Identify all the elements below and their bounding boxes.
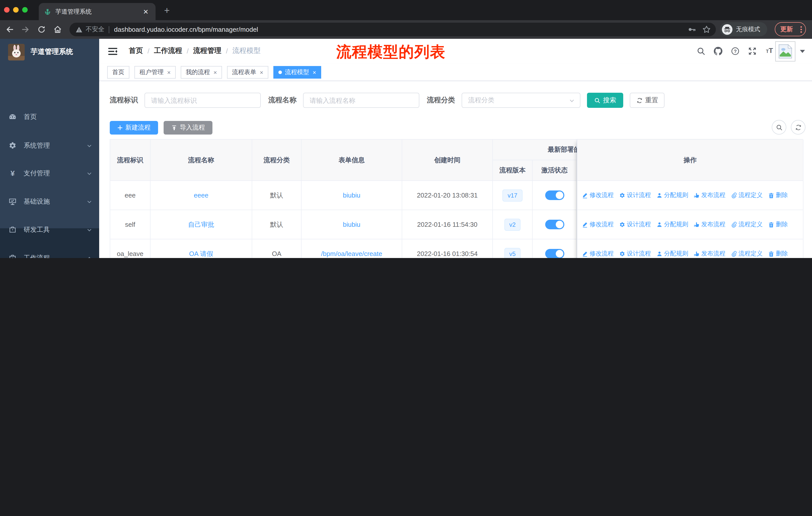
filter-category-select[interactable]: 流程分类 — [462, 93, 580, 108]
filter-id-label: 流程标识 — [110, 96, 138, 105]
action-删除[interactable]: 删除 — [768, 220, 788, 229]
version-tag[interactable]: v2 — [504, 218, 521, 230]
annotation-text: 流程模型的列表 — [336, 42, 445, 62]
gear-icon — [8, 142, 17, 150]
action-发布流程[interactable]: 发布流程 — [694, 191, 725, 199]
github-icon[interactable] — [714, 47, 722, 55]
col-header-name: 流程名称 — [150, 140, 252, 181]
action-修改流程[interactable]: 修改流程 — [582, 220, 614, 229]
version-tag[interactable]: v5 — [504, 248, 521, 258]
sidebar-item-1[interactable]: 系统管理 — [0, 134, 99, 157]
new-tab-button[interactable]: + — [164, 5, 170, 16]
action-删除[interactable]: 删除 — [768, 249, 788, 258]
form-info-link[interactable]: /bpm/oa/leave/create — [321, 250, 382, 257]
tab-title: 芋道管理系统 — [55, 7, 141, 16]
active-toggle[interactable] — [545, 220, 564, 229]
forward-icon[interactable] — [21, 25, 30, 34]
tag-close-icon[interactable]: × — [213, 69, 217, 76]
window-close-button[interactable] — [4, 7, 9, 12]
sidebar-item-2[interactable]: ¥支付管理 — [0, 162, 99, 185]
active-toggle[interactable] — [545, 190, 564, 200]
key-icon[interactable] — [688, 25, 696, 34]
avatar[interactable] — [775, 41, 795, 61]
filter-id-input[interactable] — [144, 93, 261, 108]
reload-icon[interactable] — [37, 25, 46, 34]
action-删除[interactable]: 删除 — [768, 191, 788, 199]
active-toggle[interactable] — [545, 249, 564, 258]
show-search-button[interactable] — [772, 120, 786, 135]
fullscreen-icon[interactable] — [748, 47, 757, 55]
action-分配规则[interactable]: 分配规则 — [657, 191, 688, 199]
action-发布流程[interactable]: 发布流程 — [694, 249, 725, 258]
action-流程定义[interactable]: 流程定义 — [731, 249, 763, 258]
update-button[interactable]: 更新 — [775, 22, 806, 36]
tag-close-icon[interactable]: × — [313, 69, 316, 76]
breadcrumb-item[interactable]: 工作流程 — [154, 46, 182, 55]
process-name-link[interactable]: eeee — [194, 191, 208, 199]
font-size-icon[interactable]: TT — [765, 47, 774, 55]
navbar-icons: ?TT — [697, 46, 774, 56]
action-修改流程[interactable]: 修改流程 — [582, 249, 614, 258]
url-text[interactable]: dashboard.yudao.iocoder.cn/bpm/manager/m… — [114, 26, 258, 33]
search-button-label: 搜索 — [603, 96, 616, 105]
action-设计流程[interactable]: 设计流程 — [619, 220, 651, 229]
action-发布流程[interactable]: 发布流程 — [694, 220, 725, 229]
security-label[interactable]: 不安全 — [86, 25, 105, 34]
sidebar-item-3[interactable]: 基础设施 — [0, 190, 99, 213]
app-logo-row[interactable]: 芋道管理系统 — [0, 42, 99, 62]
browser-tab[interactable]: 芋道管理系统 ✕ — [39, 3, 155, 20]
version-tag[interactable]: v17 — [503, 189, 523, 201]
url-bar[interactable]: 不安全 dashboard.yudao.iocoder.cn/bpm/manag… — [69, 23, 716, 36]
sidebar-item-4[interactable]: 研发工具 — [0, 218, 99, 241]
tag-3[interactable]: 流程表单× — [227, 66, 268, 79]
action-分配规则[interactable]: 分配规则 — [657, 249, 688, 258]
cell-id: eee — [110, 181, 150, 210]
import-process-button[interactable]: 导入流程 — [164, 121, 212, 135]
browser-menu-icon[interactable] — [801, 26, 802, 32]
sidebar-item-0[interactable]: 首页 — [0, 105, 99, 129]
breadcrumb-item: 流程模型 — [232, 46, 261, 55]
action-设计流程[interactable]: 设计流程 — [619, 249, 651, 258]
app-title: 芋道管理系统 — [31, 47, 73, 56]
home-icon[interactable] — [53, 25, 62, 34]
refresh-table-button[interactable] — [791, 120, 806, 135]
sidebar-item-5[interactable]: 工作流程 — [0, 246, 99, 258]
create-process-button[interactable]: 新建流程 — [110, 121, 158, 135]
sidebar-item-label: 首页 — [24, 112, 37, 121]
form-info-link[interactable]: biubiu — [343, 191, 360, 199]
browser-tab-strip: 芋道管理系统 ✕ + — [0, 0, 812, 20]
reset-button[interactable]: 重置 — [630, 93, 665, 108]
publish-hand-icon — [694, 221, 700, 227]
action-流程定义[interactable]: 流程定义 — [731, 191, 763, 199]
action-分配规则[interactable]: 分配规则 — [657, 220, 688, 229]
sidebar-collapse-icon[interactable] — [108, 47, 117, 55]
tag-1[interactable]: 租户管理× — [135, 66, 176, 79]
tag-0[interactable]: 首页 — [107, 66, 129, 79]
tab-close-icon[interactable]: ✕ — [141, 8, 150, 16]
tag-4[interactable]: 流程模型× — [273, 66, 321, 79]
process-name-link[interactable]: OA 请假 — [189, 249, 213, 258]
breadcrumb-item[interactable]: 首页 — [129, 46, 143, 55]
search-icon[interactable] — [697, 47, 705, 55]
window-minimize-button[interactable] — [13, 7, 19, 12]
action-流程定义[interactable]: 流程定义 — [731, 220, 763, 229]
publish-hand-icon — [694, 251, 700, 257]
tag-close-icon[interactable]: × — [167, 69, 171, 76]
filter-name-input[interactable] — [303, 93, 419, 108]
help-icon[interactable]: ? — [731, 47, 740, 55]
star-icon[interactable] — [702, 25, 711, 34]
page-content: 流程标识 流程名称 流程分类 流程分类 搜索 — [99, 81, 812, 258]
form-info-link[interactable]: biubiu — [343, 221, 360, 228]
window-zoom-button[interactable] — [22, 7, 28, 12]
actions-row-2: 修改流程设计流程分配规则发布流程流程定义删除 — [577, 239, 804, 258]
avatar-caret-down-icon[interactable] — [800, 50, 805, 55]
process-name-link[interactable]: 自己审批 — [188, 220, 214, 229]
tag-2[interactable]: 我的流程× — [181, 66, 222, 79]
action-设计流程[interactable]: 设计流程 — [619, 191, 651, 199]
action-修改流程[interactable]: 修改流程 — [582, 191, 614, 199]
back-icon[interactable] — [5, 25, 14, 34]
tag-close-icon[interactable]: × — [260, 69, 263, 76]
breadcrumb-item[interactable]: 流程管理 — [193, 46, 222, 55]
search-button[interactable]: 搜索 — [587, 93, 623, 108]
cell-category: OA — [252, 239, 301, 258]
